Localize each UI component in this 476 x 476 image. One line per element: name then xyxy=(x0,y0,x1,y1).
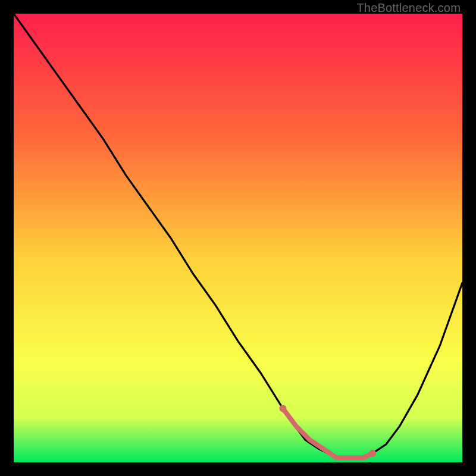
highlight-point xyxy=(369,450,376,457)
bottleneck-chart xyxy=(14,14,462,462)
watermark-text: TheBottleneck.com xyxy=(356,1,461,15)
chart-frame xyxy=(14,14,462,462)
highlight-point xyxy=(279,405,286,412)
gradient-background xyxy=(14,14,462,462)
